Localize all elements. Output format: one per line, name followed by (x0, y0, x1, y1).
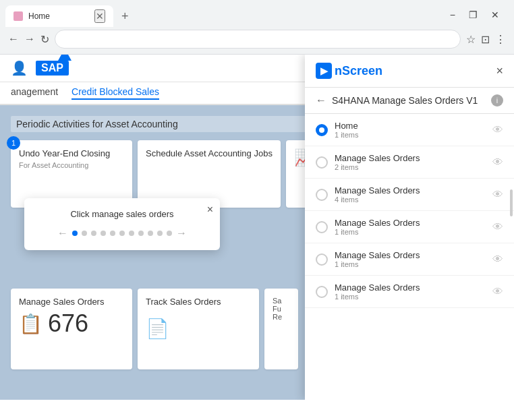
tile-manage-title: Manage Sales Orders (19, 297, 124, 307)
menu-icon[interactable]: ⋮ (495, 33, 506, 46)
panel-item-5-name: Manage Sales Orders (335, 282, 486, 293)
panel-item-home-radio[interactable] (316, 124, 328, 136)
dot-10 (157, 231, 163, 236)
tile-track-sales[interactable]: Track Sales Orders 📄 (138, 289, 259, 369)
panel-item-4[interactable]: Manage Sales Orders 1 items 👁 (305, 243, 514, 276)
panel-subtitle: S4HANA Manage Sales Orders V1 (332, 95, 478, 106)
dot-5 (110, 231, 115, 236)
tile-undo-year-end[interactable]: 1 Undo Year-End Closing For Asset Accoun… (11, 140, 132, 208)
tile-partial-text: SaFuRe (273, 297, 290, 321)
panel-back-button[interactable]: ← (316, 94, 326, 107)
tab-favicon (13, 11, 23, 21)
panel-item-home-eye[interactable]: 👁 (492, 124, 503, 136)
tile-schedule-title: Schedule Asset Accounting Jobs (146, 148, 273, 158)
sap-triangle (58, 55, 72, 61)
panel-item-4-name: Manage Sales Orders (335, 250, 486, 260)
panel-item-1-radio[interactable] (316, 156, 328, 169)
active-tab[interactable]: Home ✕ (5, 5, 113, 27)
panel-item-4-eye[interactable]: 👁 (492, 253, 503, 266)
dot-11 (167, 231, 172, 236)
panel-item-1-count: 2 items (335, 163, 486, 171)
panel-list: Home 1 items 👁 Manage Sales Orders 2 ite… (305, 114, 514, 400)
panel-info-icon[interactable]: i (491, 94, 503, 107)
tile-partial-sa[interactable]: SaFuRe (264, 289, 298, 369)
panel-logo-text: nScreen (335, 64, 382, 78)
panel-scrollbar[interactable] (510, 189, 513, 216)
tooltip-nav: ← → (35, 227, 209, 239)
tile-schedule-asset[interactable]: Schedule Asset Accounting Jobs (138, 140, 281, 208)
back-button[interactable]: ← (8, 33, 19, 45)
user-icon[interactable]: 👤 (11, 60, 28, 76)
sap-logo: SAP (36, 61, 69, 76)
panel-item-5-eye[interactable]: 👁 (492, 286, 503, 298)
panel-item-1-info: Manage Sales Orders 2 items (335, 153, 486, 171)
sales-order-icon: 📋 (19, 313, 42, 335)
tile-track-title: Track Sales Orders (146, 297, 251, 307)
panel-item-4-radio[interactable] (316, 253, 328, 266)
panel-item-3-radio[interactable] (316, 221, 328, 233)
panel-item-home[interactable]: Home 1 items 👁 (305, 114, 514, 146)
panel-item-1-eye[interactable]: 👁 (492, 156, 503, 169)
dot-6 (119, 231, 125, 236)
bookmark-icon[interactable]: ☆ (466, 33, 476, 46)
tile-badge: 1 (7, 136, 20, 150)
panel-item-5-count: 1 items (335, 293, 486, 301)
dot-1 (72, 231, 78, 236)
panel-item-4-count: 1 items (335, 260, 486, 268)
panel-item-4-info: Manage Sales Orders 1 items (335, 250, 486, 268)
restore-button[interactable]: ❐ (465, 8, 482, 22)
panel-item-2-info: Manage Sales Orders 4 items (335, 185, 486, 204)
dot-7 (129, 231, 134, 236)
panel-logo-n: n (335, 64, 342, 78)
tile-manage-number: 📋 676 (19, 309, 124, 338)
dot-9 (148, 231, 153, 236)
dot-3 (91, 231, 96, 236)
address-icons: ☆ ⊡ ⋮ (466, 33, 506, 46)
panel-item-5-radio[interactable] (316, 286, 328, 298)
right-panel: ▶ nScreen × ← S4HANA Manage Sales Orders… (305, 55, 514, 400)
nav-tab-management[interactable]: anagement (11, 86, 58, 100)
tooltip-text: Click manage sales orders (35, 209, 209, 219)
close-button[interactable]: ✕ (487, 8, 503, 22)
tab-close-button[interactable]: ✕ (94, 9, 105, 23)
panel-item-2-eye[interactable]: 👁 (492, 189, 503, 201)
tab-title: Home (28, 11, 50, 21)
forward-button[interactable]: → (24, 33, 35, 45)
new-tab-button[interactable]: + (116, 7, 134, 26)
panel-item-5-info: Manage Sales Orders 1 items (335, 282, 486, 301)
panel-item-2-count: 4 items (335, 196, 486, 204)
tooltip-close-button[interactable]: × (207, 204, 213, 216)
panel-item-home-name: Home (335, 121, 486, 131)
panel-item-3[interactable]: Manage Sales Orders 1 items 👁 (305, 211, 514, 243)
tab-bar: Home ✕ + − ❐ ✕ (0, 0, 514, 27)
panel-subheader: ← S4HANA Manage Sales Orders V1 i (305, 88, 514, 114)
panel-logo-icon: ▶ (316, 63, 332, 79)
app-area: 👤 SAP anagement Credit Blocked Sales Per… (0, 55, 514, 400)
address-input[interactable] (55, 30, 461, 49)
panel-header: ▶ nScreen × (305, 55, 514, 88)
dot-8 (138, 231, 144, 236)
panel-item-2[interactable]: Manage Sales Orders 4 items 👁 (305, 179, 514, 211)
tooltip-next-button[interactable]: → (176, 227, 187, 239)
dot-2 (82, 231, 87, 236)
tooltip-prev-button[interactable]: ← (57, 227, 68, 239)
window-controls: − ❐ ✕ (446, 8, 509, 24)
panel-item-2-name: Manage Sales Orders (335, 185, 486, 196)
profile-icon[interactable]: ⊡ (481, 33, 490, 46)
track-icon: 📄 (146, 318, 251, 340)
tile-manage-sales[interactable]: Manage Sales Orders 📋 676 (11, 289, 132, 369)
panel-item-3-count: 1 items (335, 228, 486, 236)
panel-item-1[interactable]: Manage Sales Orders 2 items 👁 (305, 146, 514, 179)
minimize-button[interactable]: − (446, 8, 459, 22)
panel-item-home-info: Home 1 items (335, 121, 486, 139)
panel-logo: ▶ nScreen (316, 63, 382, 79)
panel-item-2-radio[interactable] (316, 189, 328, 201)
panel-close-button[interactable]: × (496, 64, 503, 78)
address-bar: ← → ↻ ☆ ⊡ ⋮ (0, 27, 514, 54)
panel-item-3-eye[interactable]: 👁 (492, 221, 503, 233)
panel-item-5[interactable]: Manage Sales Orders 1 items 👁 (305, 276, 514, 308)
panel-item-3-info: Manage Sales Orders 1 items (335, 218, 486, 236)
refresh-button[interactable]: ↻ (40, 33, 49, 46)
panel-item-3-name: Manage Sales Orders (335, 218, 486, 228)
nav-tab-credit[interactable]: Credit Blocked Sales (72, 86, 159, 100)
